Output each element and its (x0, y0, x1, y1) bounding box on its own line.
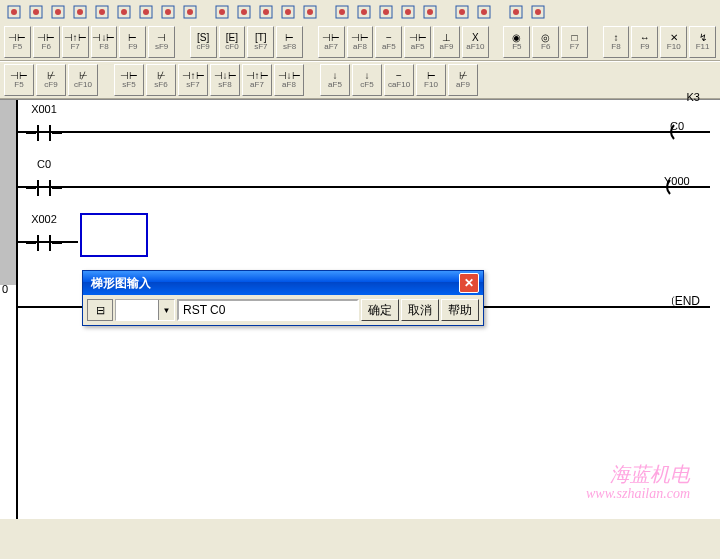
fk-F5[interactable]: ⊣⊢F5 (4, 26, 31, 58)
fk-cF5[interactable]: ↓cF5 (352, 64, 382, 96)
cursor-box (80, 213, 148, 257)
fk-F8[interactable]: ↕F8 (603, 26, 630, 58)
svg-point-5 (55, 9, 61, 15)
fk-sF7[interactable]: ⊣↑⊢sF7 (178, 64, 208, 96)
fk-F6[interactable]: ◎F6 (532, 26, 559, 58)
svg-point-19 (219, 9, 225, 15)
fk-aF5[interactable]: ↓aF5 (320, 64, 350, 96)
fk-row-2: ⊣⊢F5⊬cF9⊬cF10⊣⊢sF5⊬sF6⊣↑⊢sF7⊣↓⊢sF8⊣↑⊢aF7… (0, 61, 720, 99)
fk-aF5[interactable]: ⊣⊢aF5 (404, 26, 431, 58)
grid-button[interactable] (48, 2, 68, 22)
fk-aF8[interactable]: ⊣↓⊢aF8 (274, 64, 304, 96)
find-button[interactable] (278, 2, 298, 22)
svg-point-35 (405, 9, 411, 15)
ok-button[interactable]: 确定 (361, 299, 399, 321)
svg-point-11 (121, 9, 127, 15)
pen1-button[interactable] (70, 2, 90, 22)
table-button[interactable] (376, 2, 396, 22)
close-button[interactable]: ✕ (459, 273, 479, 293)
fk-aF7[interactable]: ⊣⊢aF7 (318, 26, 345, 58)
svg-point-3 (33, 9, 39, 15)
svg-point-29 (339, 9, 345, 15)
fk-cF9[interactable]: ⊬cF9 (36, 64, 66, 96)
fk-F5[interactable]: ◉F5 (503, 26, 530, 58)
tableb-button[interactable] (398, 2, 418, 22)
svg-point-13 (143, 9, 149, 15)
view-button[interactable] (4, 2, 24, 22)
fk-aF9[interactable]: ⊥aF9 (433, 26, 460, 58)
fk-F6[interactable]: ⊣⊢F6 (33, 26, 60, 58)
web-button[interactable] (180, 2, 200, 22)
svg-point-33 (383, 9, 389, 15)
clock-button[interactable] (420, 2, 440, 22)
zoom-out-button[interactable] (136, 2, 156, 22)
block1-button[interactable] (212, 2, 232, 22)
svg-point-27 (307, 9, 313, 15)
chart-button[interactable] (256, 2, 276, 22)
element-icon[interactable]: ⊟ (87, 299, 113, 321)
coil-c0[interactable]: C0 (650, 115, 710, 139)
svg-point-9 (99, 9, 105, 15)
cancel-button[interactable]: 取消 (401, 299, 439, 321)
svg-point-41 (481, 9, 487, 15)
fk-F8[interactable]: ⊣↓⊢F8 (91, 26, 118, 58)
fk-sF7[interactable]: [T]sF7 (247, 26, 274, 58)
fk-F5[interactable]: ⊣⊢F5 (4, 64, 34, 96)
fk-row-1: ⊣⊢F5⊣⊢F6⊣↑⊢F7⊣↓⊢F8⊢F9⊣sF9[S]cF9[E]cF0[T]… (0, 24, 720, 60)
fk-aF8[interactable]: ⊣⊢aF8 (347, 26, 374, 58)
fk-sF8[interactable]: ⊢sF8 (276, 26, 303, 58)
ladder-editor[interactable]: 0 K3 X001 C0 C0 Y000 X002 (0, 99, 720, 519)
element-combo[interactable]: ▼ (115, 299, 175, 321)
fk-sF8[interactable]: ⊣↓⊢sF8 (210, 64, 240, 96)
flag-button[interactable] (452, 2, 472, 22)
dialog-title: 梯形图输入 (91, 275, 459, 292)
svg-point-17 (187, 9, 193, 15)
zoom-button[interactable] (26, 2, 46, 22)
fk-F10[interactable]: ⊢F10 (416, 64, 446, 96)
fk-F10[interactable]: ✕F10 (660, 26, 687, 58)
fk-aF7[interactable]: ⊣↑⊢aF7 (242, 64, 272, 96)
flash-button[interactable] (474, 2, 494, 22)
svg-point-15 (165, 9, 171, 15)
note-button[interactable] (300, 2, 320, 22)
fk-cF9[interactable]: [S]cF9 (190, 26, 217, 58)
contact-x002[interactable]: X002 (26, 227, 62, 255)
fk-cF10[interactable]: ⊬cF10 (68, 64, 98, 96)
fk-aF10[interactable]: XaF10 (462, 26, 489, 58)
help-button[interactable]: 帮助 (441, 299, 479, 321)
fk-F9[interactable]: ⊢F9 (119, 26, 146, 58)
ladder-input-dialog: 梯形图输入 ✕ ⊟ ▼ 确定 取消 帮助 (82, 270, 484, 326)
coil-y000[interactable]: Y000 (650, 170, 710, 194)
fk-sF9[interactable]: ⊣sF9 (148, 26, 175, 58)
instruction-input[interactable] (177, 299, 359, 321)
fk-cF0[interactable]: [E]cF0 (219, 26, 246, 58)
watermark: 海蓝机电 www.szhailan.com (586, 462, 690, 503)
grp2-button[interactable] (354, 2, 374, 22)
fk-F9[interactable]: ↔F9 (631, 26, 658, 58)
svg-point-25 (285, 9, 291, 15)
block2-button[interactable] (234, 2, 254, 22)
fk-aF5[interactable]: −aF5 (375, 26, 402, 58)
svg-point-1 (11, 9, 17, 15)
svg-point-45 (535, 9, 541, 15)
fk-sF5[interactable]: ⊣⊢sF5 (114, 64, 144, 96)
net-button[interactable] (158, 2, 178, 22)
fk-aF9[interactable]: ⊬aF9 (448, 64, 478, 96)
svg-point-23 (263, 9, 269, 15)
svg-point-43 (513, 9, 519, 15)
zoom-in-button[interactable] (114, 2, 134, 22)
k-value: K3 (687, 91, 700, 103)
fk-F7[interactable]: □F7 (561, 26, 588, 58)
snap2-button[interactable] (528, 2, 548, 22)
fk-F11[interactable]: ↯F11 (689, 26, 716, 58)
fk-sF6[interactable]: ⊬sF6 (146, 64, 176, 96)
fk-F7[interactable]: ⊣↑⊢F7 (62, 26, 89, 58)
svg-point-31 (361, 9, 367, 15)
snap1-button[interactable] (506, 2, 526, 22)
fk-caF10[interactable]: −caF10 (384, 64, 414, 96)
contact-x001[interactable]: X001 (26, 117, 62, 145)
pen2-button[interactable] (92, 2, 112, 22)
contact-c0[interactable]: C0 (26, 172, 62, 200)
toolbar-1 (0, 0, 720, 24)
grp1-button[interactable] (332, 2, 352, 22)
